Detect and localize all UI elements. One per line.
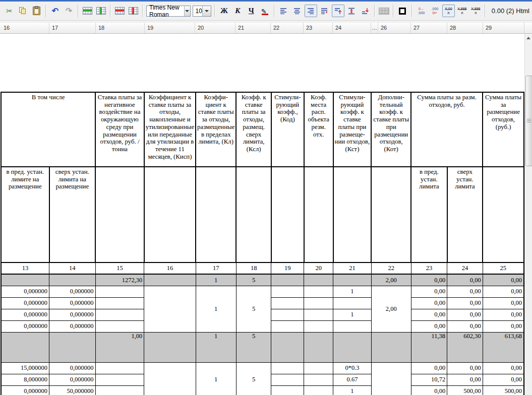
table-cell[interactable]: 5 [236,274,271,286]
table-cell[interactable]: 14 [49,262,96,274]
copy-button[interactable] [17,5,29,17]
table-cell[interactable]: Коэфф. к ставке платы за отходы, размещ.… [236,92,271,167]
table-cell[interactable] [271,286,304,297]
table-cell[interactable]: 1 [196,332,236,362]
table-cell[interactable]: 0,00 [411,286,447,297]
table-cell[interactable] [49,332,96,362]
table-cell[interactable]: Коэф. места расп. объекта резм. отх. [304,92,333,167]
table-cell[interactable]: 0,000000 [49,286,96,297]
table-cell[interactable]: 500,00 [447,385,483,395]
table-cell[interactable]: 5 [236,286,271,332]
column-header[interactable]: 19 [145,23,195,33]
table-cell[interactable] [49,274,96,286]
table-cell[interactable] [95,385,144,395]
table-cell[interactable]: Коэффи-циент к ставке платы за отходы, р… [196,92,236,167]
table-cell[interactable]: 0,00 [483,374,524,385]
table-cell[interactable]: 5 [236,332,271,362]
table-cell[interactable]: 0,00 [411,385,447,395]
table-cell[interactable]: 500,00 [483,385,524,395]
table-cell[interactable]: 10,72 [411,374,447,385]
table-cell[interactable]: 22 [371,262,411,274]
table-cell[interactable]: 1272,30 [95,274,144,286]
table-cell[interactable] [333,332,372,362]
table-cell[interactable]: 0,00 [411,309,447,320]
insert-column-button[interactable] [95,5,107,17]
table-cell[interactable]: 2,00 [371,286,411,332]
table-cell[interactable]: 0,00 [447,320,483,332]
vertical-scrollbar[interactable] [524,34,532,395]
table-cell[interactable] [304,374,333,385]
table-cell[interactable] [304,362,333,374]
table-cell[interactable]: 1 [333,309,372,320]
table-cell[interactable] [304,286,333,297]
table-cell[interactable] [196,167,236,262]
table-cell[interactable]: 17 [196,262,236,274]
sheet-canvas[interactable]: В том числеСтавка платы за негативное во… [0,34,524,395]
font-size-dropdown-arrow[interactable] [202,6,211,16]
table-cell[interactable] [144,362,196,395]
table-cell[interactable]: 613,68 [483,332,524,362]
table-cell[interactable]: 0,00 [483,274,524,286]
font-color-button[interactable]: ✎ [259,5,271,17]
table-cell[interactable]: 0,000000 [49,374,96,385]
table-cell[interactable] [95,320,144,332]
column-header[interactable]: 22 [271,23,304,33]
column-header[interactable]: 26 [378,23,411,33]
table-cell[interactable] [271,362,304,374]
table-cell[interactable]: 13 [1,262,49,274]
align-center-button[interactable] [291,5,304,17]
scrollbar-thumb[interactable] [525,76,532,166]
number-format-3-button[interactable]: Х,888 п [469,5,482,17]
column-header[interactable]: 16 [1,23,49,33]
table-cell[interactable] [304,332,333,362]
delete-column-button[interactable] [127,5,140,17]
table-cell[interactable] [95,167,144,262]
table-cell[interactable]: 0,000000 [1,309,49,320]
font-size-select[interactable]: 10 [193,6,211,17]
font-family-dropdown-arrow[interactable] [184,6,190,16]
table-cell[interactable] [271,385,304,395]
table-cell[interactable] [95,297,144,309]
table-cell[interactable] [371,332,411,362]
table-cell[interactable] [304,274,333,286]
column-header[interactable]: 18 [96,23,145,33]
valign-middle-button[interactable] [345,5,358,17]
table-cell[interactable]: 0,00 [483,286,524,297]
table-cell[interactable]: 50,000000 [49,385,96,395]
table-cell[interactable]: 0,00 [411,320,447,332]
increase-decimals-button[interactable]: .000 0↵ [429,5,441,17]
table-cell[interactable]: 11,38 [411,332,447,362]
table-cell[interactable] [236,167,271,262]
table-cell[interactable] [95,362,144,374]
column-header[interactable]: 24 [333,23,371,33]
table-cell[interactable]: 0,000000 [49,320,96,332]
table-cell[interactable] [371,362,411,395]
redo-button[interactable]: ↷ [63,5,75,17]
align-right-button[interactable] [305,5,317,17]
table-cell[interactable] [95,286,144,297]
table-cell[interactable] [95,374,144,385]
cut-button[interactable]: ✂ [3,5,16,17]
table-cell[interactable]: 0,00 [411,362,447,374]
table-cell[interactable] [304,309,333,320]
table-cell[interactable]: 0,00 [447,374,483,385]
table-cell[interactable]: 0,00 [483,320,524,332]
column-header[interactable]: 29 [483,23,524,33]
table-cell[interactable]: сверх устан. лимита [447,167,483,262]
table-cell[interactable]: 1 [333,286,372,297]
table-cell[interactable] [95,309,144,320]
valign-bottom-button[interactable] [359,5,372,17]
table-cell[interactable] [271,320,304,332]
delete-row-button[interactable] [113,5,126,17]
table-cell[interactable]: 0,000000 [1,286,49,297]
table-cell[interactable]: 1,00 [95,332,144,362]
table-cell[interactable]: Коэффициент к ставке платы за отходы, на… [144,92,196,167]
table-cell[interactable] [144,286,196,332]
table-cell[interactable]: 1 [196,274,236,286]
table-cell[interactable]: 5 [236,362,271,395]
number-format-2-button[interactable]: Х,888 п [456,5,468,17]
font-family-select[interactable]: Times New Roman [146,6,191,17]
column-header[interactable]: 27 [411,23,447,33]
table-cell[interactable]: В том числе [1,92,95,167]
table-cell[interactable]: 0.67 [333,374,372,385]
